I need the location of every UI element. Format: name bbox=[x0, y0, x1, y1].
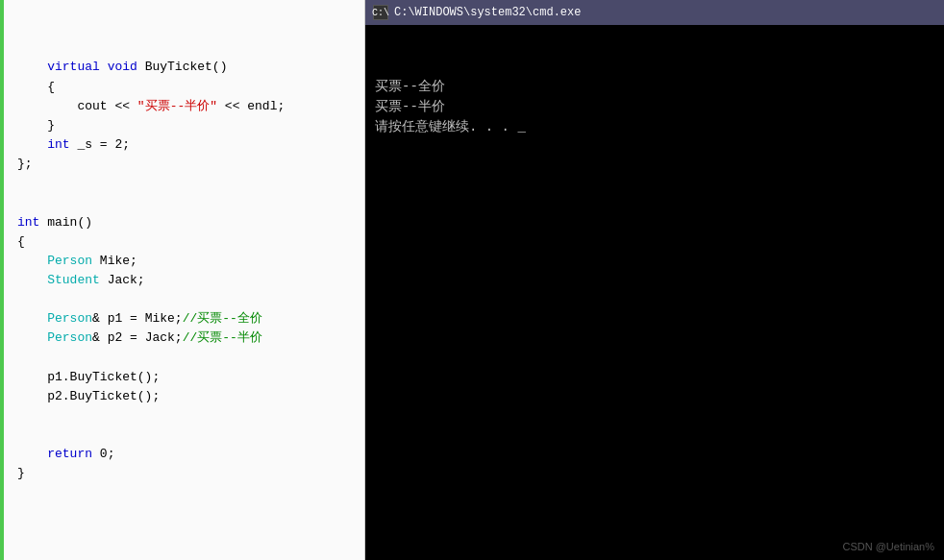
code-line bbox=[17, 174, 364, 193]
code-line bbox=[17, 193, 364, 212]
code-line: } bbox=[17, 116, 364, 135]
code-line: }; bbox=[17, 155, 364, 174]
code-line bbox=[17, 406, 364, 426]
code-line: virtual void BuyTicket() bbox=[17, 58, 364, 77]
code-line: int _s = 2; bbox=[17, 135, 364, 155]
cmd-icon: C:\ bbox=[373, 5, 388, 20]
code-line: p1.BuyTicket(); bbox=[17, 368, 364, 387]
cmd-panel: C:\ C:\WINDOWS\system32\cmd.exe 买票--全价买票… bbox=[365, 0, 944, 560]
code-line: return 0; bbox=[17, 445, 364, 464]
code-line bbox=[17, 290, 364, 309]
cmd-titlebar: C:\ C:\WINDOWS\system32\cmd.exe bbox=[365, 0, 944, 25]
code-line: { bbox=[17, 232, 364, 252]
code-line: cout << "买票--半价" << endl; bbox=[17, 97, 364, 116]
editor-panel: virtual void BuyTicket() { cout << "买票--… bbox=[0, 0, 365, 560]
code-line: } bbox=[17, 464, 364, 483]
cmd-output-line: 请按任意键继续. . . _ bbox=[375, 117, 934, 137]
code-line: Person Mike; bbox=[17, 252, 364, 271]
code-line bbox=[17, 349, 364, 368]
code-line: Person& p1 = Mike;//买票--全价 bbox=[17, 309, 364, 329]
cmd-body: 买票--全价买票--半价请按任意键继续. . . _ bbox=[365, 25, 944, 560]
code-line bbox=[17, 426, 364, 445]
cmd-title: C:\WINDOWS\system32\cmd.exe bbox=[394, 6, 581, 19]
green-bar bbox=[0, 0, 4, 560]
code-line: { bbox=[17, 78, 364, 97]
cmd-output-line: 买票--半价 bbox=[375, 97, 934, 117]
code-line: Student Jack; bbox=[17, 271, 364, 290]
code-line: p2.BuyTicket(); bbox=[17, 387, 364, 406]
code-line: int main() bbox=[17, 213, 364, 232]
watermark: CSDN @Uetinian% bbox=[842, 541, 934, 552]
cmd-output-line: 买票--全价 bbox=[375, 77, 934, 97]
code-line: Person& p2 = Jack;//买票--半价 bbox=[17, 329, 364, 348]
code-area[interactable]: virtual void BuyTicket() { cout << "买票--… bbox=[0, 0, 364, 484]
